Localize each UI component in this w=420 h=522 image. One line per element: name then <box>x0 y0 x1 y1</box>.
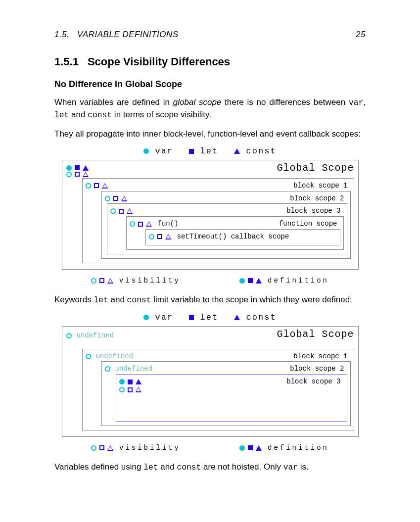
diagram-footer-legend: visibility definition <box>62 277 359 285</box>
diagram-legend: var let const <box>62 146 359 156</box>
triangle-fill-icon <box>256 445 262 451</box>
header-section-title: VARIABLE DEFINITIONS <box>77 30 179 39</box>
scope-label-b3: block scope 3 <box>286 207 340 215</box>
circle-outline-icon <box>105 366 110 372</box>
diagram-legend-2: var let const <box>62 313 359 323</box>
header-section: 1.5. VARIABLE DEFINITIONS <box>54 30 179 40</box>
square-outline-icon <box>99 445 104 450</box>
scope-global: Global Scope block scope 1 block scope 2… <box>62 160 359 270</box>
scope-label-b3b: block scope 3 <box>286 378 340 386</box>
kw-const: const <box>127 295 151 305</box>
scope-block-1: block scope 1 block scope 2 block scope … <box>82 178 354 263</box>
scope-block-1-b: undefined block scope 1 undefined block … <box>82 349 354 430</box>
section-number: 1.5.1 <box>54 55 79 68</box>
square-icon <box>189 149 194 154</box>
triangle-outline-icon <box>107 278 113 284</box>
scope-block-3: block scope 3 fun() function scope <box>107 203 347 254</box>
term-global-scope: global scope <box>173 97 222 107</box>
section-title: Scope Visibility Differences <box>88 55 230 68</box>
diagram-footer-legend-2: visibility definition <box>62 444 359 452</box>
scope-label-fun: fun() <box>158 220 179 228</box>
kw-var: var <box>349 98 363 107</box>
header-section-num: 1.5. <box>54 30 69 39</box>
kw-var: var <box>283 463 298 472</box>
kw-const: const <box>88 110 112 120</box>
square-fill-icon <box>248 445 253 450</box>
diagram-block-scope: var let const Global Scope undefined und… <box>62 313 359 452</box>
square-icon <box>189 315 194 320</box>
circle-icon <box>143 315 149 320</box>
triangle-icon <box>234 148 240 154</box>
diagram-global-scope: var let const Global Scope block scope 1… <box>62 146 359 285</box>
kw-let: let <box>54 110 69 120</box>
scope-label-global-2: Global Scope <box>277 329 354 340</box>
circle-outline-icon <box>86 354 91 359</box>
square-fill-icon <box>248 278 253 283</box>
undef-b2: undefined <box>115 365 153 373</box>
subheading: No Difference In Global Scope <box>54 79 366 90</box>
scope-label-callback: setTimeout() callback scope <box>177 233 289 241</box>
scope-label-b1b: block scope 1 <box>293 352 347 361</box>
scope-function: fun() function scope setTimeout() callba… <box>126 216 344 250</box>
paragraph-2: They all propagate into inner block-leve… <box>54 128 366 140</box>
scope-label-b2: block scope 2 <box>290 194 344 203</box>
circle-outline-icon <box>91 445 96 451</box>
page: 1.5. VARIABLE DEFINITIONS 25 1.5.1Scope … <box>0 0 420 522</box>
scope-block-2: block scope 2 block scope 3 fun() functi… <box>101 191 351 259</box>
circle-icon <box>143 148 149 154</box>
triangle-fill-icon <box>256 278 262 284</box>
scope-label-funscope: function scope <box>279 220 337 228</box>
kw-let: let <box>93 295 108 305</box>
triangle-icon <box>234 315 240 320</box>
scope-label-b2b: block scope 2 <box>290 365 344 373</box>
running-head: 1.5. VARIABLE DEFINITIONS 25 <box>54 30 366 40</box>
undef-b1: undefined <box>96 352 134 361</box>
circle-outline-icon <box>91 278 96 284</box>
scope-callback: setTimeout() callback scope <box>145 229 340 245</box>
scope-block-2-b: undefined block scope 2 block scope 3 <box>101 361 351 426</box>
paragraph-1: When variables are defined in global sco… <box>54 96 366 121</box>
paragraph-4: Variables defined using let and const ar… <box>54 461 366 474</box>
scope-block-3-b: block scope 3 <box>116 374 347 422</box>
kw-const: const <box>177 463 201 472</box>
square-outline-icon <box>99 278 104 283</box>
scope-label-global: Global Scope <box>277 162 354 174</box>
triangle-outline-icon <box>107 445 113 451</box>
section-heading: 1.5.1Scope Visibility Differences <box>54 55 366 68</box>
circle-fill-icon <box>239 445 245 451</box>
undef-global: undefined <box>77 332 114 340</box>
page-number: 25 <box>356 30 366 40</box>
circle-outline-icon <box>66 333 72 338</box>
scope-label-b1: block scope 1 <box>293 182 347 190</box>
kw-let: let <box>143 463 158 472</box>
paragraph-3: Keywords let and const limit variable to… <box>54 294 366 306</box>
scope-global-2: Global Scope undefined undefined block s… <box>62 326 359 437</box>
circle-fill-icon <box>239 278 245 284</box>
